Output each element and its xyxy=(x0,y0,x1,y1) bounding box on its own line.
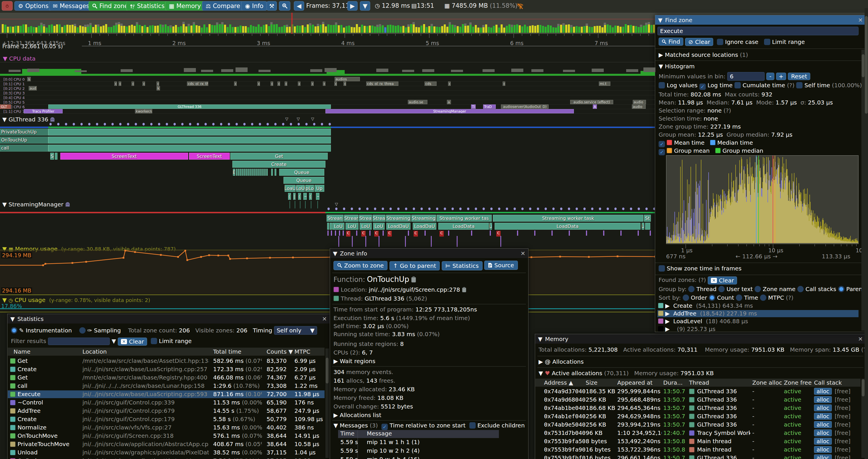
zone-bar[interactable]: LoU xyxy=(360,223,372,230)
tiny-zone[interactable] xyxy=(260,169,262,176)
message-row[interactable]: 5.59 smip 11 w 1 h 1 (1) xyxy=(338,438,499,447)
zone-bar[interactable] xyxy=(327,223,329,230)
zone-bar[interactable]: LoU xyxy=(373,223,384,230)
mem-col-dura---[interactable]: Dura... xyxy=(663,379,683,386)
sample-dot[interactable] xyxy=(143,123,145,126)
cpu-block[interactable]: c xyxy=(143,81,145,86)
zone-bar[interactable]: LoU xyxy=(332,223,344,230)
group-radio-thread[interactable] xyxy=(688,286,694,292)
sample-dot[interactable] xyxy=(607,207,609,210)
cpu-block[interactable]: c xyxy=(131,81,134,86)
memory-row[interactable]: 0x74a9d37040 186.35 KB 295,999,844ns 13:… xyxy=(535,388,861,395)
sample-dot[interactable] xyxy=(591,207,593,210)
main-scrollbar[interactable] xyxy=(865,8,868,459)
cpu-block[interactable]: s xyxy=(27,77,31,81)
find-zone-button[interactable]: Find zone xyxy=(89,1,132,11)
zone-bar[interactable]: ScreenText xyxy=(189,153,230,160)
limit-range-checkbox[interactable] xyxy=(151,338,157,344)
sample-dot[interactable] xyxy=(305,123,308,126)
stats-scrollbar[interactable] xyxy=(326,349,329,458)
sample-dot[interactable] xyxy=(57,123,59,126)
sample-dot[interactable] xyxy=(560,207,562,210)
mem-col-size[interactable]: Size xyxy=(586,379,597,386)
sample-dot[interactable] xyxy=(189,123,191,126)
tools-button[interactable]: ⚒ xyxy=(267,1,277,11)
group-radio-call-stacks[interactable] xyxy=(797,286,804,292)
group-mean-checkbox[interactable]: ✓ xyxy=(659,149,665,155)
memory-row[interactable]: 0x74ab1be040 186.68 KB 294,645,364ns 13:… xyxy=(535,404,861,412)
zone-bar[interactable]: LoadDaU xyxy=(386,223,410,230)
cpu-block[interactable]: c xyxy=(257,81,260,86)
stats-row[interactable]: OnRedraw jni/../jni/src/claw/application… xyxy=(8,457,324,459)
message-mark[interactable]: C xyxy=(388,231,392,236)
found-zone-row[interactable]: ▶ LoadLevel (18) 406.88 µs xyxy=(657,318,859,325)
messages-button[interactable]: ✉Messages xyxy=(49,1,93,11)
cpu-block[interactable]: c xyxy=(298,81,301,86)
zone-bar[interactable]: Create xyxy=(232,161,326,168)
tiny-zone[interactable] xyxy=(240,169,242,176)
stats-row[interactable]: ~Control jni/../jni/src/guif/Control.cpp… xyxy=(8,399,324,406)
zone-bar[interactable]: LoaU xyxy=(285,185,296,192)
cpu-block[interactable]: a xyxy=(447,100,451,104)
found-zone-row[interactable]: ▶ Create (54,131) 643.34 ms xyxy=(657,302,859,309)
cpu-block[interactable]: GLT xyxy=(0,104,11,109)
sample-dot[interactable] xyxy=(104,123,106,126)
cpu-block[interactable]: TraD xyxy=(483,104,496,109)
zone-bar[interactable] xyxy=(48,145,331,152)
allocations-list-toggle[interactable]: ▶ Allocations list xyxy=(334,412,381,419)
zone-bar[interactable]: U xyxy=(490,223,492,230)
cpu-block[interactable]: c xyxy=(323,81,326,86)
self-time-checkbox[interactable] xyxy=(796,82,803,89)
sample-dot[interactable] xyxy=(236,123,238,126)
sample-dot[interactable] xyxy=(483,207,485,210)
close-icon[interactable]: ✕ xyxy=(521,250,525,257)
cpu-block[interactable]: c xyxy=(503,81,505,86)
sample-dot[interactable] xyxy=(73,123,75,126)
zone-bar[interactable] xyxy=(271,169,273,176)
collapse-icon[interactable]: ▼ xyxy=(333,250,337,257)
sample-dot[interactable] xyxy=(521,207,524,210)
frame-marker[interactable]: ▽ xyxy=(311,117,314,121)
sample-dot[interactable] xyxy=(228,123,230,126)
zone-bar[interactable]: ScreenText xyxy=(60,153,188,160)
thread-value[interactable]: GLThread 336 xyxy=(365,295,404,302)
message-row[interactable]: 5.59 smip 9 w 4 h 4 (16) xyxy=(338,456,499,459)
sample-dot[interactable] xyxy=(197,123,199,126)
memory-row[interactable]: 0x74a9d68040 256 KB 295,668,489ns 13:50.… xyxy=(535,396,861,403)
memory-row[interactable]: 0x7553b9fa50 8 bytes 153,492,240ns 13:50… xyxy=(535,437,861,445)
sampling-radio[interactable] xyxy=(79,327,86,333)
sample-dot[interactable] xyxy=(498,207,500,210)
clear-found-button[interactable]: ✕Clear xyxy=(708,276,737,285)
sample-dot[interactable] xyxy=(459,207,462,210)
sample-dot[interactable] xyxy=(475,207,477,210)
exclude-children-checkbox[interactable] xyxy=(469,422,476,429)
sample-dot[interactable] xyxy=(205,123,207,126)
memory-titlebar[interactable]: ▼Memory✕ xyxy=(535,334,866,343)
sample-dot[interactable] xyxy=(413,207,415,210)
cpu-block[interactable]: audioserver(AudioOut_D) xyxy=(501,104,549,109)
cpu-block[interactable]: c xyxy=(277,81,280,86)
tiny-zone[interactable] xyxy=(248,169,250,176)
collapse-icon[interactable]: ▼ xyxy=(538,335,542,342)
sample-dot[interactable] xyxy=(150,123,153,126)
frame-dropdown-button[interactable]: ▼ xyxy=(360,1,370,11)
info-button[interactable]: ◉Info xyxy=(241,1,267,11)
power-button[interactable] xyxy=(2,1,13,11)
sample-dot[interactable] xyxy=(212,123,215,126)
sample-dot[interactable] xyxy=(282,123,284,126)
sample-dot[interactable] xyxy=(622,207,624,210)
sample-dot[interactable] xyxy=(166,123,168,126)
cpu-block[interactable]: c xyxy=(114,81,117,86)
cpu-block[interactable]: c xyxy=(119,81,121,86)
sample-dot[interactable] xyxy=(514,207,516,210)
memory-row[interactable]: 0x7553b9fa90 16 bytes 153,722,396ns 13:5… xyxy=(535,446,861,454)
instrumentation-radio[interactable] xyxy=(11,327,17,333)
zone-bar[interactable]: Streaming worker task xyxy=(493,215,643,222)
cpu-data-header[interactable]: ▼ CPU data xyxy=(3,55,36,62)
sample-dot[interactable] xyxy=(405,207,407,210)
tiny-zone[interactable] xyxy=(246,169,248,176)
sample-dot[interactable] xyxy=(444,207,446,210)
mean-time-checkbox[interactable]: ✓ xyxy=(659,141,665,147)
sample-dot[interactable] xyxy=(351,207,353,210)
collapse-icon[interactable]: ▼ xyxy=(10,316,14,322)
